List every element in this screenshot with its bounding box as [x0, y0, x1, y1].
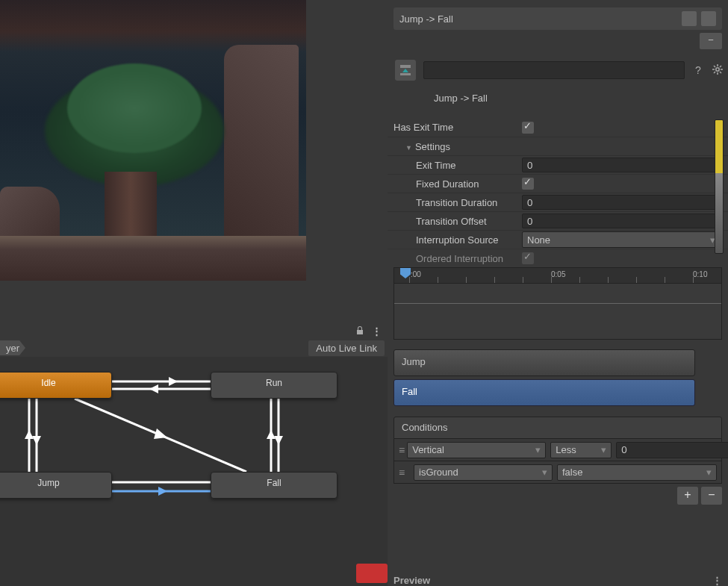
condition-row: ≡ Vertical Less: [393, 439, 722, 461]
svg-marker-15: [158, 487, 167, 496]
transition-duration-label: Transition Duration: [393, 197, 522, 208]
state-node-run[interactable]: Run: [211, 372, 337, 399]
clip-jump[interactable]: Jump: [393, 349, 695, 376]
svg-rect-17: [400, 73, 411, 75]
exit-time-input[interactable]: [522, 158, 721, 172]
has-exit-time-checkbox[interactable]: [522, 122, 534, 134]
ordered-interruption-checkbox[interactable]: [522, 252, 534, 264]
svg-marker-3: [149, 384, 158, 393]
transition-name-label: Jump -> Fall: [434, 93, 488, 104]
mute-toggle[interactable]: [701, 11, 716, 26]
state-node-jump[interactable]: Jump: [0, 472, 112, 499]
svg-marker-11: [267, 430, 276, 439]
auto-live-link-button[interactable]: Auto Live Link: [308, 340, 385, 356]
condition-param-dropdown[interactable]: Vertical: [407, 442, 546, 458]
svg-marker-7: [25, 430, 34, 439]
state-graph[interactable]: Idle Run Jump Fall: [0, 357, 388, 586]
add-condition-button[interactable]: +: [677, 487, 698, 505]
lock-icon[interactable]: [355, 325, 365, 338]
condition-op-dropdown[interactable]: Less: [550, 442, 612, 458]
solo-toggle[interactable]: [682, 11, 697, 26]
tick-label: 0:05: [551, 270, 565, 278]
exit-time-label: Exit Time: [393, 160, 522, 171]
condition-row: ≡ isGround false: [393, 461, 722, 484]
transition-title: Jump -> Fall: [399, 13, 677, 25]
remove-transition-button[interactable]: −: [700, 33, 722, 49]
condition-value-input[interactable]: [616, 442, 728, 458]
has-exit-time-label: Has Exit Time: [393, 122, 522, 133]
transition-icon: [395, 60, 416, 81]
interruption-source-dropdown[interactable]: None: [522, 231, 721, 248]
tick-label: 0:10: [693, 270, 707, 278]
ordered-interruption-label: Ordered Interruption: [393, 253, 522, 264]
transition-name-input[interactable]: [423, 61, 685, 79]
clip-fall[interactable]: Fall: [393, 379, 695, 406]
gear-icon[interactable]: [712, 64, 724, 76]
condition-value-dropdown[interactable]: false: [557, 464, 717, 481]
state-node-idle[interactable]: Idle: [0, 372, 112, 399]
svg-marker-10: [274, 436, 283, 445]
interruption-source-label: Interruption Source: [393, 234, 522, 246]
transition-duration-input[interactable]: [522, 195, 721, 210]
drag-handle-icon[interactable]: ≡: [399, 444, 402, 456]
breadcrumb[interactable]: yer: [0, 340, 25, 355]
svg-line-24: [720, 72, 721, 73]
fixed-duration-label: Fixed Duration: [393, 178, 522, 190]
error-indicator[interactable]: [356, 564, 388, 583]
svg-line-26: [714, 72, 715, 73]
remove-condition-button[interactable]: −: [701, 487, 722, 505]
transition-title-row[interactable]: Jump -> Fall: [393, 7, 722, 30]
animator-panel: yer ⋮ Auto Live Link: [0, 318, 388, 586]
tick-label: :00: [411, 270, 421, 278]
blend-preview-bar: [715, 119, 724, 254]
svg-line-25: [720, 66, 721, 67]
state-node-fall[interactable]: Fall: [211, 472, 337, 499]
kebab-menu-icon[interactable]: ⋮: [372, 325, 380, 337]
transition-offset-input[interactable]: [522, 213, 721, 228]
settings-foldout[interactable]: Settings: [393, 141, 522, 152]
condition-param-dropdown[interactable]: isGround: [414, 464, 553, 481]
svg-line-23: [714, 66, 715, 67]
transition-offset-label: Transition Offset: [393, 216, 522, 227]
svg-marker-6: [32, 436, 41, 445]
preview-label[interactable]: Preview: [393, 575, 430, 586]
kebab-menu-icon[interactable]: ⋮: [712, 575, 722, 586]
game-view: [0, 0, 306, 281]
transition-timeline[interactable]: :00 0:05 0:10: [393, 267, 722, 342]
conditions-header: Conditions: [393, 417, 722, 439]
svg-marker-2: [169, 377, 178, 386]
inspector-panel: Jump -> Fall − ? Jump -> Fall Has Exit T…: [388, 0, 728, 586]
svg-point-18: [716, 68, 719, 71]
drag-handle-icon[interactable]: ≡: [399, 467, 409, 479]
help-icon[interactable]: ?: [692, 64, 704, 76]
svg-line-12: [75, 399, 246, 472]
svg-marker-13: [154, 428, 167, 439]
fixed-duration-checkbox[interactable]: [522, 178, 534, 190]
